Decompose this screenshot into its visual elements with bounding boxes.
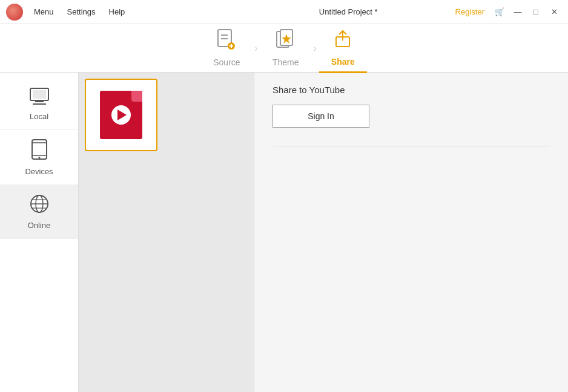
theme-label: Theme bbox=[272, 57, 299, 67]
titlebar: Menu Settings Help Untitled Project * Re… bbox=[0, 0, 568, 24]
yt-icon-wrapper bbox=[100, 91, 142, 139]
theme-icon bbox=[276, 29, 296, 55]
cart-icon[interactable]: 🛒 bbox=[492, 6, 507, 18]
local-icon bbox=[28, 87, 50, 109]
close-button[interactable]: ✕ bbox=[546, 6, 562, 18]
divider bbox=[272, 146, 550, 146]
step-share[interactable]: Share bbox=[319, 24, 367, 73]
content-panel bbox=[79, 73, 254, 392]
source-icon bbox=[217, 29, 236, 55]
local-label: Local bbox=[30, 112, 48, 121]
share-title: Share to YouTube bbox=[272, 85, 550, 95]
share-icon bbox=[332, 28, 353, 54]
step-theme[interactable]: Theme bbox=[260, 24, 311, 72]
share-label: Share bbox=[331, 57, 355, 67]
arrow-2: › bbox=[314, 43, 317, 54]
devices-icon bbox=[30, 139, 48, 165]
sign-in-button[interactable]: Sign In bbox=[272, 105, 369, 128]
step-source[interactable]: Source bbox=[201, 24, 252, 72]
devices-label: Devices bbox=[25, 167, 53, 176]
svg-rect-12 bbox=[33, 90, 46, 99]
source-label: Source bbox=[213, 57, 240, 67]
project-title: Untitled Project * bbox=[242, 7, 455, 16]
sidebar-item-devices[interactable]: Devices bbox=[0, 130, 78, 185]
menu-help[interactable]: Help bbox=[103, 5, 131, 19]
stepbar: Source › Theme › bbox=[0, 24, 568, 73]
menu-menu[interactable]: Menu bbox=[28, 5, 60, 19]
minimize-button[interactable]: — bbox=[510, 6, 526, 18]
menu-bar: Menu Settings Help bbox=[28, 5, 242, 19]
youtube-thumbnail[interactable] bbox=[85, 79, 157, 151]
arrow-1: › bbox=[255, 43, 258, 54]
main-area: Local Devices bbox=[0, 73, 568, 392]
play-button bbox=[111, 105, 131, 125]
menu-settings[interactable]: Settings bbox=[61, 5, 102, 19]
doc-shape bbox=[100, 91, 142, 139]
register-link[interactable]: Register bbox=[455, 7, 484, 16]
sidebar-item-local[interactable]: Local bbox=[0, 79, 78, 130]
play-triangle bbox=[117, 109, 127, 120]
sidebar-item-online[interactable]: Online bbox=[0, 185, 78, 239]
share-panel: Share to YouTube Sign In bbox=[254, 73, 568, 392]
online-label: Online bbox=[28, 221, 51, 230]
app-logo bbox=[6, 4, 23, 21]
svg-point-18 bbox=[38, 157, 40, 158]
window-controls: Register 🛒 — □ ✕ bbox=[455, 6, 562, 18]
maximize-button[interactable]: □ bbox=[528, 6, 544, 18]
online-icon bbox=[29, 194, 50, 218]
sidebar: Local Devices bbox=[0, 73, 79, 392]
